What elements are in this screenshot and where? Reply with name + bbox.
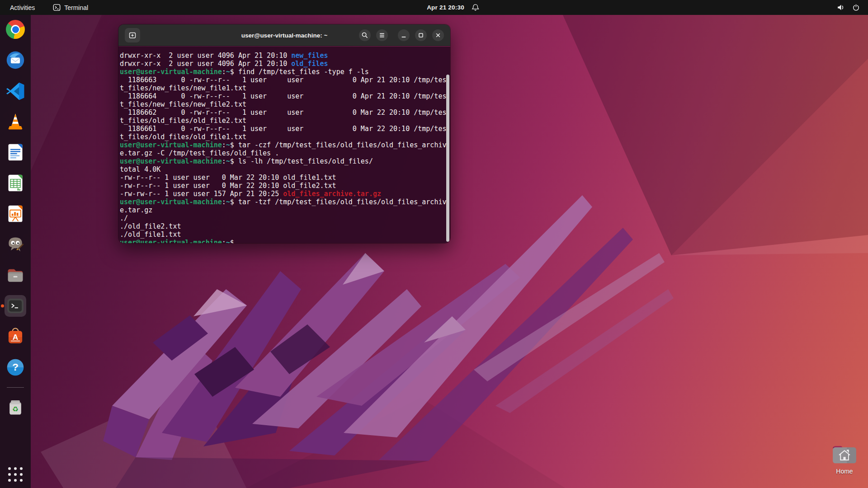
focused-app-menu[interactable]: Terminal	[53, 4, 88, 11]
terminal-line: drwxr-xr-x 2 user user 4096 Apr 21 20:10…	[120, 52, 445, 60]
terminal-line: 1186662 0 -rw-r--r-- 1 user user 0 Mar 2…	[120, 108, 445, 117]
dock-item-chrome[interactable]	[5, 19, 26, 40]
terminal-line: user@user-virtual-machine:~$ tar -czf /t…	[120, 141, 445, 149]
dock-item-vscode[interactable]	[5, 80, 26, 102]
vlc-icon	[5, 112, 25, 131]
software-icon: A	[5, 327, 25, 347]
dock-item-ubuntu-software[interactable]: A	[5, 326, 26, 347]
terminal-line: total 4.0K	[120, 165, 445, 174]
terminal-line: user@user-virtual-machine:~$ find /tmp/t…	[120, 68, 445, 76]
chrome-icon	[6, 20, 25, 39]
vscode-icon	[5, 81, 25, 101]
dock-item-libreoffice-impress[interactable]	[5, 203, 26, 225]
terminal-scrollbar[interactable]	[446, 75, 449, 242]
power-icon[interactable]	[852, 4, 860, 11]
terminal-line: 1186663 0 -rw-r--r-- 1 user user 0 Apr 2…	[120, 76, 445, 84]
files-icon	[5, 265, 25, 285]
home-folder-label: Home	[830, 468, 859, 475]
terminal-screen[interactable]: drwxr-xr-x 2 user user 4096 Apr 21 20:10…	[118, 47, 450, 243]
home-folder-shortcut[interactable]: Home	[830, 443, 859, 475]
running-indicator	[1, 305, 4, 308]
terminal-icon	[5, 296, 25, 316]
terminal-line: drwxr-xr-x 2 user user 4096 Apr 21 20:10…	[120, 60, 445, 68]
clock-button[interactable]: Apr 21 20:30	[427, 4, 479, 11]
terminal-line: user@user-virtual-machine:~$ ls -lh /tmp…	[120, 157, 445, 165]
terminal-line: 1186664 0 -rw-r--r-- 1 user user 0 Apr 2…	[120, 92, 445, 100]
bell-icon	[472, 4, 479, 11]
dock-item-libreoffice-writer[interactable]	[5, 141, 26, 163]
trash-icon: ♻	[5, 398, 25, 418]
calc-icon	[5, 173, 25, 193]
terminal-line: t_files/old_files/old_file1.txt	[120, 133, 445, 141]
window-title: user@user-virtual-machine: ~	[241, 32, 328, 38]
minimize-button[interactable]	[398, 29, 410, 41]
gimp-icon	[5, 235, 25, 254]
dock-item-help[interactable]: ?	[5, 357, 26, 378]
terminal-app-icon	[53, 4, 61, 11]
titlebar[interactable]: user@user-virtual-machine: ~	[118, 24, 450, 46]
svg-text:A: A	[13, 333, 19, 342]
terminal-line: user@user-virtual-machine:~$ tar -tzf /t…	[120, 198, 445, 206]
dock-item-thunderbird[interactable]	[5, 49, 26, 71]
dock-divider	[7, 387, 24, 388]
writer-icon	[5, 142, 25, 162]
thunderbird-icon	[5, 50, 25, 70]
terminal-line: e.tar.gz	[120, 206, 445, 214]
terminal-line: t_files/new_files/new_file2.txt	[120, 100, 445, 108]
terminal-line: ./old_file2.txt	[120, 222, 445, 230]
menu-button[interactable]	[376, 29, 388, 41]
terminal-line: ./	[120, 214, 445, 222]
dock-item-vlc[interactable]	[5, 111, 26, 132]
maximize-button[interactable]	[415, 29, 427, 41]
terminal-line: e.tar.gz -C /tmp/test_files/old_files .	[120, 149, 445, 157]
focused-app-name: Terminal	[64, 4, 88, 11]
close-button[interactable]	[432, 29, 444, 41]
terminal-line: -rw-r--r-- 1 user user 0 Mar 22 20:10 ol…	[120, 174, 445, 182]
terminal-line: t_files/old_files/old_file2.txt	[120, 117, 445, 125]
terminal-line: 1186661 0 -rw-r--r-- 1 user user 0 Mar 2…	[120, 125, 445, 133]
dock-item-libreoffice-calc[interactable]	[5, 172, 26, 194]
volume-icon[interactable]	[836, 3, 845, 12]
dock-item-terminal[interactable]	[5, 295, 26, 317]
svg-text:♻: ♻	[12, 405, 19, 413]
help-icon: ?	[5, 357, 25, 377]
clock-label: Apr 21 20:30	[427, 4, 464, 11]
dock: A?♻	[0, 15, 31, 488]
terminal-line: ./old_file1.txt	[120, 230, 445, 239]
top-bar: Activities Terminal Apr 21 20:30	[0, 0, 868, 15]
terminal-line: -rw-rw-r-- 1 user user 157 Apr 21 20:25 …	[120, 190, 445, 198]
impress-icon	[5, 204, 25, 224]
svg-text:?: ?	[12, 361, 19, 373]
dock-item-trash[interactable]: ♻	[5, 397, 26, 418]
new-tab-button[interactable]	[125, 28, 140, 42]
dock-item-files[interactable]	[5, 264, 26, 286]
search-button[interactable]	[359, 29, 371, 41]
terminal-window: user@user-virtual-machine: ~ drwxr-xr-x …	[118, 24, 450, 243]
terminal-line: -rw-r--r-- 1 user user 0 Mar 22 20:10 ol…	[120, 182, 445, 190]
activities-button[interactable]: Activities	[7, 3, 38, 12]
show-apps-button[interactable]	[8, 467, 23, 482]
terminal-line: t_files/new_files/new_file1.txt	[120, 84, 445, 92]
terminal-line: user@user-virtual-machine:~$	[120, 239, 445, 243]
home-folder-icon	[831, 443, 858, 465]
dock-item-gimp[interactable]	[5, 234, 26, 255]
